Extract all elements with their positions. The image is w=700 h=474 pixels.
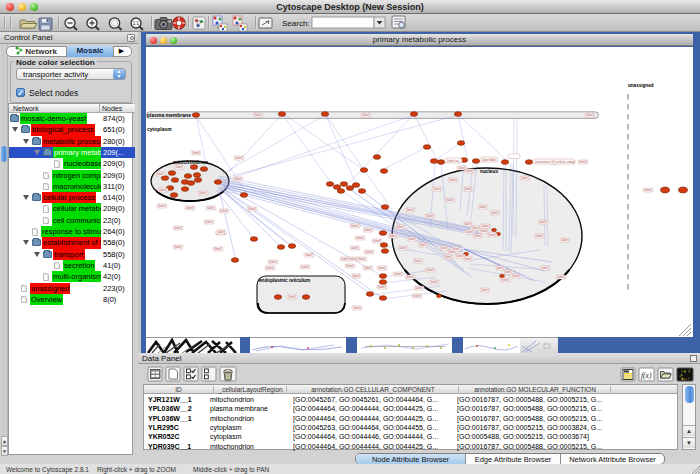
- svg-text:(annotation.GO cellular comp): (annotation.GO cellular comp): [535, 160, 575, 164]
- svg-text:nucleus: nucleus: [480, 169, 498, 174]
- svg-text:plasma membrane: plasma membrane: [147, 112, 191, 118]
- svg-text:(label bbb): (label bbb): [482, 158, 496, 162]
- svg-text:1:1: 1:1: [133, 21, 140, 26]
- svg-text:mitochondrion: mitochondrion: [173, 159, 208, 165]
- svg-text:(label aa): (label aa): [447, 159, 460, 163]
- svg-text:unassigned: unassigned: [628, 83, 654, 88]
- svg-text:cytoplasm: cytoplasm: [147, 126, 172, 132]
- svg-text:Search:: Search:: [282, 19, 310, 28]
- svg-text:f(x): f(x): [641, 371, 652, 380]
- svg-text:endoplasmic reticulum: endoplasmic reticulum: [259, 278, 310, 283]
